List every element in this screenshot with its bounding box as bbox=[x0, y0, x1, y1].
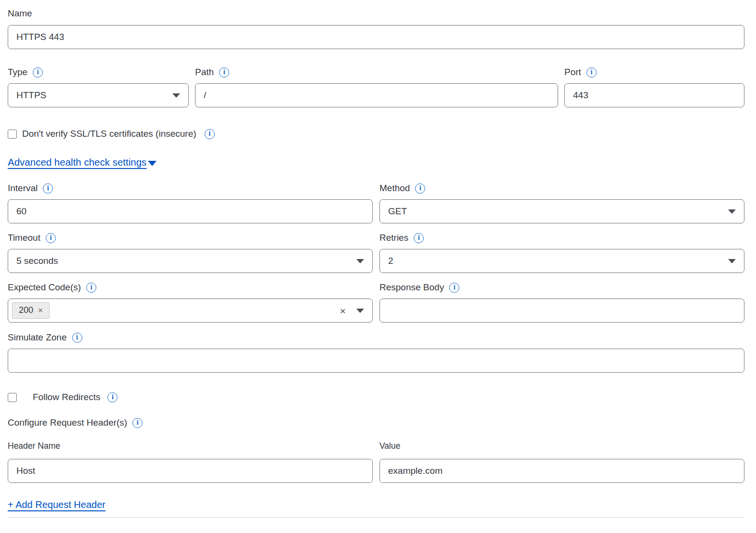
retries-select[interactable]: 2 bbox=[379, 249, 744, 273]
info-icon[interactable]: i bbox=[415, 183, 425, 194]
info-icon[interactable]: i bbox=[86, 283, 96, 293]
health-check-form: Name Type i HTTPS Path i Port i bbox=[0, 0, 756, 518]
chevron-down-icon bbox=[356, 309, 364, 313]
response-body-label: Response Body bbox=[379, 282, 444, 293]
verify-ssl-checkbox[interactable] bbox=[8, 130, 17, 139]
retries-label: Retries bbox=[379, 232, 408, 244]
info-icon[interactable]: i bbox=[587, 67, 597, 78]
response-body-field-group: Response Body i bbox=[379, 282, 744, 323]
retries-field-group: Retries i 2 bbox=[379, 232, 744, 273]
info-icon[interactable]: i bbox=[107, 392, 117, 403]
type-field-group: Type i HTTPS bbox=[8, 66, 189, 107]
info-icon[interactable]: i bbox=[132, 418, 143, 428]
header-name-field-group: Header Name bbox=[8, 441, 373, 483]
header-value-input[interactable] bbox=[379, 459, 744, 483]
type-select-value: HTTPS bbox=[16, 90, 46, 101]
simulate-zone-label: Simulate Zone bbox=[8, 332, 67, 343]
remove-tag-icon[interactable]: × bbox=[38, 306, 43, 315]
type-label: Type bbox=[8, 66, 27, 78]
path-field-group: Path i bbox=[195, 66, 558, 107]
timeout-label: Timeout bbox=[8, 232, 40, 244]
method-label: Method bbox=[379, 182, 410, 194]
expected-codes-multiselect[interactable]: 200 × × bbox=[8, 299, 373, 323]
info-icon[interactable]: i bbox=[43, 183, 53, 194]
method-select-value: GET bbox=[388, 206, 407, 217]
verify-ssl-row: Don't verify SSL/TLS certificates (insec… bbox=[8, 129, 744, 139]
section-divider bbox=[8, 517, 744, 518]
timeout-select[interactable]: 5 seconds bbox=[8, 249, 373, 273]
advanced-settings-toggle[interactable]: Advanced health check settings bbox=[8, 156, 156, 168]
port-input[interactable] bbox=[564, 83, 744, 107]
name-input[interactable] bbox=[8, 25, 744, 49]
expected-code-tag-value: 200 bbox=[19, 305, 33, 316]
retries-select-value: 2 bbox=[388, 256, 393, 266]
info-icon[interactable]: i bbox=[414, 233, 424, 243]
interval-input[interactable] bbox=[8, 199, 373, 223]
expected-code-tag: 200 × bbox=[12, 302, 50, 319]
simulate-zone-input[interactable] bbox=[8, 349, 744, 373]
port-field-group: Port i bbox=[564, 66, 744, 107]
header-value-label: Value bbox=[379, 441, 744, 451]
expected-codes-label: Expected Code(s) bbox=[8, 282, 81, 293]
chevron-down-icon bbox=[172, 93, 180, 98]
header-name-input[interactable] bbox=[8, 459, 373, 483]
timeout-field-group: Timeout i 5 seconds bbox=[8, 232, 373, 273]
port-label: Port bbox=[564, 66, 581, 78]
chevron-down-icon bbox=[356, 259, 364, 263]
info-icon[interactable]: i bbox=[72, 333, 82, 343]
add-request-header[interactable]: + Add Request Header bbox=[8, 499, 105, 510]
simulate-zone-field-group: Simulate Zone i bbox=[8, 332, 744, 373]
info-icon[interactable]: i bbox=[46, 233, 56, 243]
timeout-select-value: 5 seconds bbox=[16, 256, 58, 266]
verify-ssl-label: Don't verify SSL/TLS certificates (insec… bbox=[22, 129, 196, 139]
name-label: Name bbox=[8, 8, 32, 19]
interval-label: Interval bbox=[8, 182, 38, 194]
chevron-down-icon bbox=[148, 161, 156, 166]
path-input[interactable] bbox=[195, 83, 558, 107]
info-icon[interactable]: i bbox=[449, 283, 459, 293]
request-headers-title: Configure Request Header(s) bbox=[8, 417, 127, 429]
method-field-group: Method i GET bbox=[379, 182, 744, 223]
add-request-header-link[interactable]: + Add Request Header bbox=[8, 499, 105, 510]
method-select[interactable]: GET bbox=[379, 199, 744, 223]
chevron-down-icon bbox=[728, 209, 736, 214]
header-value-field-group: Value bbox=[379, 441, 744, 483]
follow-redirects-label: Follow Redirects bbox=[33, 392, 100, 403]
header-name-label: Header Name bbox=[8, 441, 373, 451]
interval-field-group: Interval i bbox=[8, 182, 373, 223]
clear-all-icon[interactable]: × bbox=[340, 306, 346, 316]
info-icon[interactable]: i bbox=[219, 67, 229, 78]
type-select[interactable]: HTTPS bbox=[8, 83, 189, 107]
advanced-settings-link[interactable]: Advanced health check settings bbox=[8, 156, 146, 168]
expected-codes-field-group: Expected Code(s) i 200 × × bbox=[8, 282, 373, 323]
response-body-input[interactable] bbox=[379, 299, 744, 323]
info-icon[interactable]: i bbox=[33, 67, 43, 78]
follow-redirects-checkbox[interactable] bbox=[8, 393, 17, 402]
info-icon[interactable]: i bbox=[205, 129, 215, 139]
chevron-down-icon bbox=[728, 259, 736, 263]
path-label: Path bbox=[195, 66, 214, 78]
follow-redirects-row: Follow Redirects i bbox=[8, 392, 744, 403]
